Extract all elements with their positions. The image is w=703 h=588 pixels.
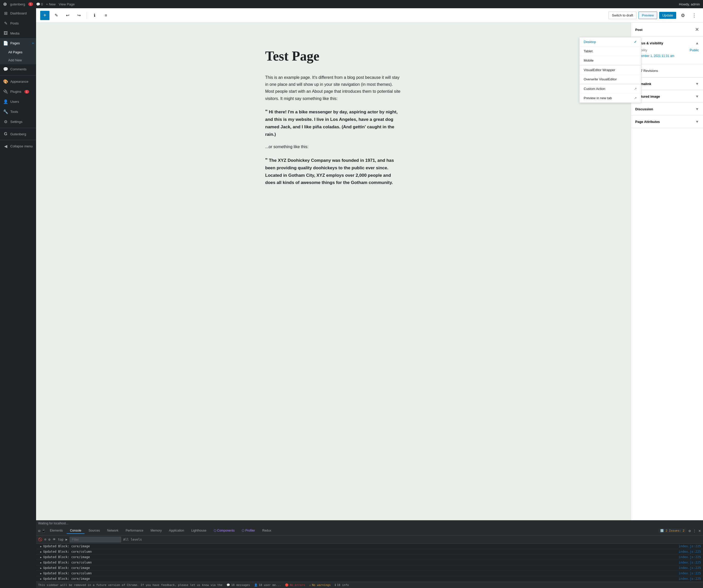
custom-action-label: Custom Action — [584, 87, 605, 91]
publish-date-row: November 1, 2021 11:31 am — [635, 54, 699, 58]
permalink-header[interactable]: Permalink ▼ — [631, 78, 703, 90]
devtools-eye-icon[interactable]: 👁 — [53, 537, 56, 541]
file-link[interactable]: index.js:225 — [679, 577, 701, 581]
plus-icon: + — [43, 12, 47, 18]
new-button[interactable]: + New — [46, 2, 56, 6]
tab-network[interactable]: Network — [104, 528, 122, 534]
expand-arrow[interactable]: ▶ — [40, 561, 42, 564]
preview-option-mobile[interactable]: Mobile — [579, 56, 641, 65]
preview-option-custom-action[interactable]: Custom Action ↗ — [579, 84, 641, 93]
preview-option-desktop[interactable]: Desktop ✓ — [579, 37, 641, 47]
file-link[interactable]: index.js:225 — [679, 566, 701, 570]
redo-button[interactable]: ↪ — [74, 11, 83, 20]
status-errors[interactable]: 🔴 No errors — [285, 583, 305, 587]
expand-arrow[interactable]: ▶ — [40, 567, 42, 570]
tab-sources[interactable]: Sources — [86, 528, 103, 534]
console-filter-input[interactable] — [70, 537, 121, 542]
expand-arrow[interactable]: ▶ — [40, 545, 42, 548]
tab-elements[interactable]: Elements — [47, 528, 66, 534]
discussion-section: Discussion ▼ — [631, 103, 703, 115]
status-messages[interactable]: 💬 18 messages — [227, 583, 250, 587]
status-section-header[interactable]: Status & visibility ▲ — [635, 41, 699, 45]
featured-image-header[interactable]: Featured image ▼ — [631, 90, 703, 102]
preview-option-new-tab[interactable]: Preview in new tab ↗ — [579, 93, 641, 102]
tab-redux[interactable]: Redux — [259, 528, 275, 534]
devtools-clear-icon[interactable]: 🚫 — [38, 537, 42, 541]
tab-console[interactable]: Console — [67, 528, 84, 534]
file-link[interactable]: index.js:225 — [679, 550, 701, 554]
sidebar-item-posts[interactable]: ✎ Posts — [0, 18, 36, 28]
view-page-link[interactable]: View Page — [59, 2, 75, 6]
sidebar-item-gutenberg[interactable]: G Gutenberg — [0, 129, 36, 139]
more-options-button[interactable]: ⋮ — [690, 11, 699, 20]
page-attributes-header[interactable]: Page Attributes ▼ — [631, 115, 703, 128]
tab-performance[interactable]: Performance — [123, 528, 147, 534]
sidebar-item-appearance[interactable]: 🎨 Appearance — [0, 77, 36, 87]
devtools-close-button[interactable]: ✕ — [698, 528, 701, 533]
sidebar-item-dashboard[interactable]: ⊞ Dashboard — [0, 8, 36, 18]
sidebar-item-plugins[interactable]: 🔌 Plugins 1 — [0, 87, 36, 97]
devtools-mobile-icon[interactable]: 📱 — [41, 529, 46, 533]
expand-arrow[interactable]: ▶ — [40, 577, 42, 580]
console-row: ▶ Updated Block: core/image index.js:225 — [36, 565, 703, 571]
status-warnings[interactable]: ⚠ No warnings — [309, 583, 331, 587]
devtools-execute-icon[interactable]: ▶ — [66, 537, 68, 541]
preview-option-tablet[interactable]: Tablet — [579, 47, 641, 56]
info-icon-status: ℹ — [335, 583, 336, 587]
sidebar-item-settings[interactable]: ⚙ Settings — [0, 117, 36, 127]
sidebar-item-users[interactable]: 👤 Users — [0, 97, 36, 107]
update-button[interactable]: Update — [659, 12, 676, 19]
sidebar-item-collapse[interactable]: ◀ Collapse menu — [0, 141, 36, 151]
expand-arrow[interactable]: ▶ — [40, 551, 42, 553]
sidebar-item-media[interactable]: 🖼 Media — [0, 28, 36, 38]
add-block-button[interactable]: + — [40, 11, 50, 20]
list-view-button[interactable]: ≡ — [101, 11, 110, 20]
tab-profiler[interactable]: ⬡ Profiler — [239, 528, 258, 534]
close-sidebar-button[interactable]: ✕ — [695, 27, 699, 32]
file-link[interactable]: index.js:225 — [679, 561, 701, 564]
preview-option-visual-editor-wrapper[interactable]: VisualEditor Wrapper — [579, 66, 641, 75]
expand-arrow[interactable]: ▶ — [40, 572, 42, 575]
devtools-more-icon[interactable]: ⋮ — [693, 529, 696, 533]
sidebar-item-tools[interactable]: 🔧 Tools — [0, 107, 36, 117]
gear-icon: ⚙ — [681, 13, 685, 18]
posts-icon: ✎ — [3, 21, 8, 26]
revisions-section[interactable]: ↺ 7 Revisions — [631, 64, 703, 78]
user-messages-count: 18 user me... — [259, 583, 281, 587]
visibility-value[interactable]: Public — [690, 48, 699, 52]
undo-button[interactable]: ↩ — [63, 11, 72, 20]
sidebar-item-pages[interactable]: 📄 Pages — [0, 38, 36, 48]
discussion-header[interactable]: Discussion ▼ — [631, 103, 703, 115]
sidebar-item-all-pages[interactable]: All Pages — [0, 48, 36, 56]
sidebar-notice-text: This sidebar will be removed in a future… — [38, 583, 222, 587]
devtools-settings-2-icon[interactable]: ⚙ — [49, 537, 51, 541]
status-info[interactable]: ℹ 18 info — [335, 583, 349, 587]
file-link[interactable]: index.js:225 — [679, 555, 701, 559]
edit-mode-button[interactable]: ✎ — [52, 11, 61, 20]
devtools-settings-icon[interactable]: ⚙ — [689, 529, 691, 533]
tab-lighthouse[interactable]: Lighthouse — [188, 528, 210, 534]
wp-logo-icon[interactable]: ⊕ — [3, 1, 7, 7]
sidebar-item-add-new[interactable]: Add New — [0, 56, 36, 64]
post-settings-button[interactable]: ⚙ — [678, 11, 688, 20]
info-button[interactable]: ℹ — [90, 11, 99, 20]
preview-button[interactable]: Preview — [639, 12, 657, 19]
tab-memory[interactable]: Memory — [147, 528, 165, 534]
file-link[interactable]: index.js:225 — [679, 544, 701, 548]
devtools-filter-icon[interactable]: ⊘ — [44, 537, 47, 541]
status-user-messages[interactable]: 👤 18 user me... — [254, 583, 281, 587]
level-selector[interactable]: All levels — [123, 538, 142, 541]
top-selector[interactable]: top — [58, 538, 64, 541]
tab-application[interactable]: Application — [166, 528, 187, 534]
file-link[interactable]: index.js:225 — [679, 572, 701, 575]
devtools-pointer-icon[interactable]: ⊡ — [38, 529, 40, 533]
page-title[interactable]: Test Page — [265, 49, 402, 64]
devtools-panel: ⊡ 📱 Elements Console Sources Network Per… — [36, 526, 703, 588]
issues-badge[interactable]: 🔢 2 Issues: 2 — [658, 528, 686, 533]
switch-to-draft-button[interactable]: Switch to draft — [608, 12, 636, 19]
expand-arrow[interactable]: ▶ — [40, 556, 42, 559]
devtools-right: 🔢 2 Issues: 2 ⚙ ⋮ ✕ — [658, 528, 701, 533]
sidebar-item-comments[interactable]: 💬 Comments — [0, 64, 36, 74]
preview-option-overwrite-visual-editor[interactable]: Overwrite VisualEditor — [579, 75, 641, 84]
tab-components[interactable]: ⬡ Components — [211, 528, 238, 534]
